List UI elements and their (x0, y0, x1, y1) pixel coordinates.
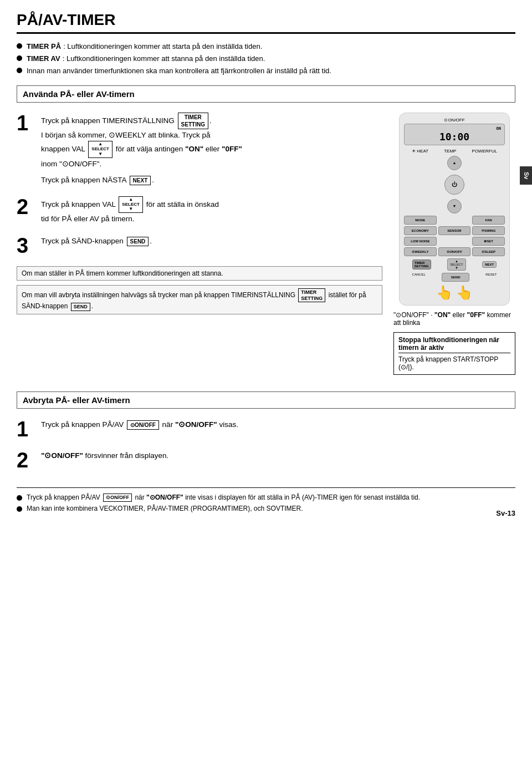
remote-control-illustration: ⊙ON/OFF ON 10:00 ☀ HEAT TEMP POWERFUL ▲ (399, 113, 510, 306)
step-1: 1 Tryck på knappen TIMERINSTÄLLNING TIME… (17, 113, 382, 186)
next-badge: NEXT (130, 176, 151, 185)
bullet-icon (17, 506, 22, 512)
sensor-btn[interactable]: SENSOR (438, 226, 471, 235)
step-2: 2 Tryck på knappen VAL ▲ SELECT ▼ för at… (17, 196, 382, 225)
info-box-2: Om man vill avbryta inställningen halvvä… (17, 285, 382, 314)
info-box-1: Om man ställer in PÅ timern kommer luftk… (17, 266, 382, 281)
send-btn-row: CANCEL SEND RESET (404, 273, 505, 282)
weekly-btn[interactable]: ⊙WEEKLY (404, 247, 437, 256)
step-3: 3 Tryck på SÄND-knappen SEND. (17, 235, 382, 256)
step-2-line2: tid för PÅ eller AV på timern. (41, 213, 382, 225)
avbryta-step-number-2: 2 (17, 450, 33, 471)
avbryta-step-2: 2 "⊙ON/OFF" försvinner från displayen. (17, 450, 515, 471)
temp-up-btn[interactable]: ▲ (447, 156, 462, 170)
sidebar-tab: Sv (520, 166, 532, 185)
bottom-note-1: Tryck på knappen PÅ/AV ⊙ON/OFF när "⊙ON/… (17, 494, 515, 502)
avbryta-step-2-content: "⊙ON/OFF" försvinner från displayen. (41, 450, 515, 462)
send-btn[interactable]: SEND (442, 273, 469, 282)
hands-illustration: 👆 👆 (404, 285, 505, 301)
timer-setting-badge-2: TIMERSETTING (298, 288, 325, 303)
remote-display: ON 10:00 (404, 124, 505, 145)
section2-container: Avbryta PÅ- eller AV-timern 1 Tryck på k… (17, 391, 515, 471)
bottom-note-2: Man kan inte kombinera VECKOTIMER, PÅ/AV… (17, 505, 515, 512)
stop-box-title: Stoppa luftkonditioneringen när timern ä… (398, 336, 510, 353)
avbryta-step-1: 1 Tryck på knappen PÅ/AV ⊙ON/OFF när "⊙O… (17, 419, 515, 440)
timer-row: TIMERSETTING ▲ SELECT ▼ NEXT (404, 258, 505, 271)
avbryta-step-1-content: Tryck på knappen PÅ/AV ⊙ON/OFF när "⊙ON/… (41, 419, 515, 431)
heat-label: ☀ HEAT (412, 149, 428, 154)
display-time: 10:00 (406, 131, 503, 143)
blink-description: "⊙ON/OFF" · "ON" eller "0FF" kommer att … (393, 311, 515, 327)
on-label: ON (406, 126, 503, 131)
send-badge-1: SEND (127, 237, 149, 246)
bottom-note-2-text: Man kan inte kombinera VECKOTIMER, PÅ/AV… (27, 505, 303, 512)
stop-box-text: Tryck på knappen START/STOPP (⊙/|). (398, 355, 510, 371)
reset-label: RESET (485, 273, 497, 282)
bullet-icon (17, 68, 22, 73)
mode-fan-grid: MODE FAN ECONOMY SENSOR ⟳SWING LOW NOISE… (404, 216, 505, 256)
intro-note: Innan man använder timerfunktionen ska m… (27, 66, 331, 76)
powerful-label: POWERFUL (472, 149, 497, 154)
avbryta-step-number-1: 1 (17, 419, 33, 440)
temp-btn-row: ▲ (404, 156, 505, 170)
select-badge-2: ▲ SELECT ▼ (119, 196, 143, 213)
send-badge-2: SEND (71, 303, 90, 311)
onoff-btn[interactable]: ⊙ON/OFF (438, 247, 471, 256)
select-btn[interactable]: ▲ SELECT ▼ (447, 258, 466, 271)
left-column: 1 Tryck på knappen TIMERINSTÄLLNING TIME… (17, 113, 382, 375)
bullet-icon (17, 495, 22, 501)
page-title: PÅ/AV-TIMER (17, 11, 515, 34)
temp-down-btn-row: ▼ (404, 199, 505, 213)
stop-box: Stoppa luftkonditioneringen när timern ä… (393, 332, 515, 375)
sleep-btn[interactable]: ⊙SLEEP (472, 247, 505, 256)
intro-list: TIMER PÅ: Luftkonditioneringen kommer at… (17, 42, 515, 77)
low-noise-btn[interactable]: LOW NOISE (404, 237, 437, 246)
set-btn[interactable]: ⊕SET (472, 237, 505, 246)
bullet-icon (17, 55, 22, 61)
step-1-line3: knappen VAL ▲ SELECT ▼ för att välja ant… (41, 141, 382, 157)
bottom-notes: Tryck på knappen PÅ/AV ⊙ON/OFF när "⊙ON/… (17, 487, 515, 512)
section2-header: Avbryta PÅ- eller AV-timern (17, 391, 515, 409)
swing-btn[interactable]: ⟳SWING (472, 226, 505, 235)
step-1-line1: Tryck på knappen TIMERINSTÄLLNING TIMERS… (41, 113, 382, 129)
mode-btn[interactable]: MODE (404, 216, 437, 225)
temp-label: TEMP (444, 149, 456, 154)
main-columns: 1 Tryck på knappen TIMERINSTÄLLNING TIME… (17, 113, 515, 375)
on-off-badge-2: ⊙ON/OFF (103, 494, 132, 502)
remote-display-sub: ☀ HEAT TEMP POWERFUL (404, 149, 505, 154)
step-1-line2: I början så kommer, ⊙WEEKLY att blinka. … (41, 129, 382, 141)
step-2-content: Tryck på knappen VAL ▲ SELECT ▼ för att … (41, 196, 382, 225)
power-btn[interactable]: ⏻ (444, 175, 464, 195)
step-number-2: 2 (17, 196, 33, 217)
next-btn[interactable]: NEXT (482, 261, 497, 268)
step-number-3: 3 (17, 235, 33, 256)
fan-btn[interactable]: FAN (472, 216, 505, 225)
step-2-line1: Tryck på knappen VAL ▲ SELECT ▼ för att … (41, 196, 382, 213)
step-1-line4: inom "⊙ON/OFF". (41, 158, 382, 170)
timer-setting-btn[interactable]: TIMERSETTING (412, 260, 431, 269)
right-column: ⊙ON/OFF ON 10:00 ☀ HEAT TEMP POWERFUL ▲ (393, 113, 515, 375)
section1-header: Använda PÅ- eller AV-timern (17, 85, 515, 103)
step-1-content: Tryck på knappen TIMERINSTÄLLNING TIMERS… (41, 113, 382, 186)
timer-setting-badge: TIMERSETTING (178, 113, 208, 129)
power-btn-row: ⏻ (404, 172, 505, 197)
cancel-label: CANCEL (412, 273, 426, 282)
step-3-content: Tryck på SÄND-knappen SEND. (41, 235, 382, 247)
timer-pa-label: TIMER PÅ (27, 42, 61, 50)
timer-av-text: : Luftkonditioneringen kommer att stanna… (63, 54, 265, 63)
timer-av-label: TIMER AV (27, 54, 60, 63)
timer-pa-text: : Luftkonditioneringen kommer att starta… (63, 42, 262, 50)
blink-text: "⊙ON/OFF" · "ON" eller "0FF" kommer att … (393, 311, 511, 327)
on-off-display-label: ⊙ON/OFF (404, 118, 505, 123)
temp-down-btn[interactable]: ▼ (447, 199, 462, 213)
on-off-badge: ⊙ON/OFF (127, 420, 159, 430)
economy-btn[interactable]: ECONOMY (404, 226, 437, 235)
bullet-icon (17, 43, 22, 49)
step-number-1: 1 (17, 113, 33, 134)
select-badge-1: ▲ SELECT ▼ (88, 141, 112, 157)
step-1-line5: Tryck på knappen NÄSTA NEXT. (41, 174, 382, 186)
page-number: Sv-13 (496, 509, 515, 517)
